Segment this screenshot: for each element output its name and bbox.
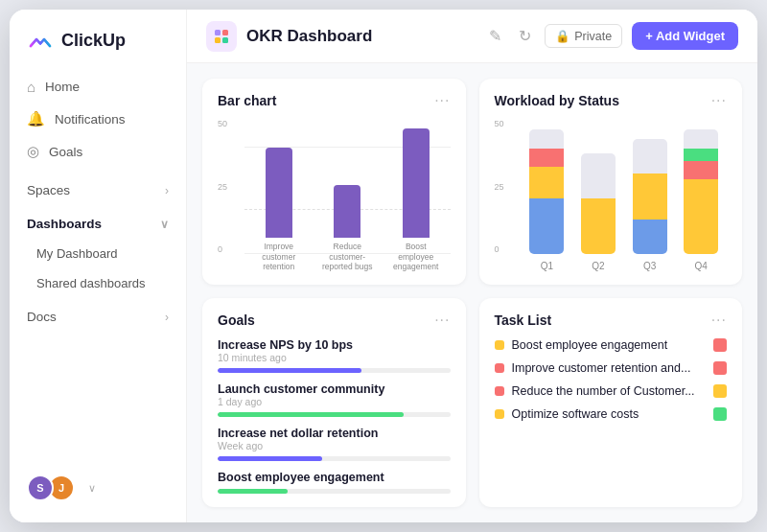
- bar-0: [266, 148, 292, 238]
- task-name-0: Boost employee engagement: [512, 338, 707, 352]
- avatar-group: S J: [27, 474, 75, 501]
- task-flag-1: [713, 361, 727, 375]
- stacked-bars-inner: Q1 Q2: [522, 127, 728, 271]
- logo-text: ClickUp: [61, 31, 126, 51]
- goal-progress-bar-3: [218, 489, 451, 494]
- stacked-group-q2: Q2: [581, 153, 616, 271]
- task-dot-2: [495, 386, 504, 396]
- goal-progress-fill-3: [218, 489, 288, 494]
- stacked-group-q4: Q4: [684, 129, 718, 271]
- sidebar-item-shared-dashboards[interactable]: Shared dashboards: [10, 268, 186, 298]
- segment-red: [529, 149, 564, 168]
- y-axis-labels: 50 25 0: [218, 119, 227, 254]
- stacked-bar-q4: [684, 129, 718, 254]
- y-label-50: 50: [218, 119, 227, 128]
- task-list: Boost employee engagement Improve custom…: [495, 338, 728, 421]
- segment-red: [684, 161, 718, 180]
- my-dashboard-label: My Dashboard: [36, 246, 118, 261]
- task-item-2: Reduce the number of Customer...: [495, 384, 728, 398]
- home-icon: ⌂: [27, 79, 35, 95]
- sidebar-item-notifications[interactable]: 🔔 Notifications: [10, 103, 186, 135]
- chevron-right-icon: ›: [165, 311, 169, 324]
- goals-widget: Goals ··· Increase NPS by 10 bps 10 minu…: [202, 298, 466, 507]
- private-label: Private: [574, 30, 612, 43]
- page-title: OKR Dashboard: [246, 27, 372, 46]
- bar-group-2: Boost employee engagement: [387, 128, 445, 271]
- segment-blue: [529, 198, 564, 255]
- segment-yellow: [581, 198, 616, 254]
- segment-gray: [581, 153, 616, 198]
- sidebar-item-my-dashboard[interactable]: My Dashboard: [10, 239, 186, 268]
- shared-dashboards-label: Shared dashboards: [36, 276, 145, 290]
- sidebar-item-home[interactable]: ⌂ Home: [10, 71, 186, 103]
- sidebar-item-label: Goals: [49, 145, 82, 159]
- bar-chart-area: 50 25 0 I: [218, 119, 451, 271]
- goal-item-2: Increase net dollar retention Week ago: [218, 427, 451, 461]
- stacked-bar-q1: [529, 129, 564, 254]
- edit-icon[interactable]: ✎: [485, 23, 505, 49]
- segment-gray: [633, 139, 667, 173]
- chevron-down-icon: ∨: [160, 218, 169, 231]
- y-label-0: 0: [218, 244, 227, 254]
- docs-label: Docs: [27, 310, 57, 324]
- segment-yellow: [684, 179, 718, 254]
- goal-time-1: 1 day ago: [218, 396, 451, 407]
- topbar-actions: ✎ ↻ 🔒 Private + Add Widget: [485, 22, 738, 50]
- sidebar-section-dashboards[interactable]: Dashboards ∨: [10, 209, 186, 239]
- task-name-3: Optimize software costs: [512, 407, 707, 421]
- goal-progress-fill-1: [218, 412, 404, 417]
- goal-progress-bar-1: [218, 412, 451, 417]
- svg-rect-1: [222, 30, 228, 35]
- task-item-3: Optimize software costs: [495, 407, 728, 421]
- bar-group-1: Reduce customer- reported bugs: [318, 185, 376, 271]
- goal-time-0: 10 minutes ago: [218, 352, 353, 363]
- sidebar-section-docs[interactable]: Docs ›: [10, 302, 186, 332]
- chevron-right-icon: ›: [165, 184, 169, 197]
- lock-icon: 🔒: [555, 29, 570, 43]
- stacked-bar-q2: [581, 153, 616, 254]
- goal-time-2: Week ago: [218, 440, 451, 451]
- goal-item-0: Increase NPS by 10 bps 10 minutes ago: [218, 338, 451, 373]
- avatar-chevron-icon: ∨: [88, 482, 96, 495]
- add-widget-button[interactable]: + Add Widget: [632, 22, 738, 50]
- goal-name-2: Increase net dollar retention: [218, 427, 451, 440]
- workload-menu-icon[interactable]: ···: [711, 92, 727, 109]
- target-icon: ◎: [27, 143, 39, 160]
- bar-chart-header: Bar chart ···: [218, 92, 451, 109]
- bell-icon: 🔔: [27, 110, 45, 127]
- y-label-25: 25: [218, 182, 227, 192]
- task-list-widget: Task List ··· Boost employee engagement …: [479, 298, 743, 507]
- sidebar-item-label: Notifications: [55, 112, 126, 127]
- bar-chart-inner: Improve customer retention Reduce custom…: [244, 147, 451, 271]
- refresh-icon[interactable]: ↻: [515, 23, 535, 49]
- workload-header: Workload by Status ···: [495, 92, 728, 109]
- grid-icon: [213, 28, 230, 45]
- bar-chart-widget: Bar chart ··· 50 25 0: [202, 79, 466, 285]
- task-list-header: Task List ···: [495, 312, 728, 329]
- sidebar-section-spaces[interactable]: Spaces ›: [10, 175, 186, 205]
- task-dot-3: [495, 409, 504, 419]
- spaces-label: Spaces: [27, 183, 70, 197]
- bar-label-1: Reduce customer- reported bugs: [318, 242, 376, 271]
- goals-list: Increase NPS by 10 bps 10 minutes ago La…: [218, 338, 451, 494]
- stacked-chart-area: 50 25 0: [495, 119, 728, 271]
- goals-menu-icon[interactable]: ···: [434, 312, 450, 329]
- workload-widget: Workload by Status ··· 50 25 0: [479, 79, 743, 285]
- stacked-group-q3: Q3: [633, 139, 667, 271]
- task-list-menu-icon[interactable]: ···: [711, 312, 727, 329]
- goal-item-3: Boost employee engagement: [218, 471, 451, 494]
- private-badge[interactable]: 🔒 Private: [545, 24, 622, 48]
- segment-yellow: [633, 173, 667, 220]
- sidebar-item-goals[interactable]: ◎ Goals: [10, 135, 186, 168]
- svg-rect-2: [215, 37, 221, 43]
- q2-label: Q2: [592, 261, 604, 271]
- workload-title: Workload by Status: [495, 93, 619, 108]
- bar-2: [403, 128, 430, 238]
- avatar-s: S: [27, 474, 54, 501]
- bar-chart-menu-icon[interactable]: ···: [434, 92, 450, 109]
- task-flag-2: [713, 384, 727, 398]
- bar-chart-title: Bar chart: [218, 93, 276, 108]
- sidebar-item-label: Home: [45, 80, 80, 94]
- svg-rect-0: [215, 30, 221, 35]
- segment-gray: [684, 129, 718, 149]
